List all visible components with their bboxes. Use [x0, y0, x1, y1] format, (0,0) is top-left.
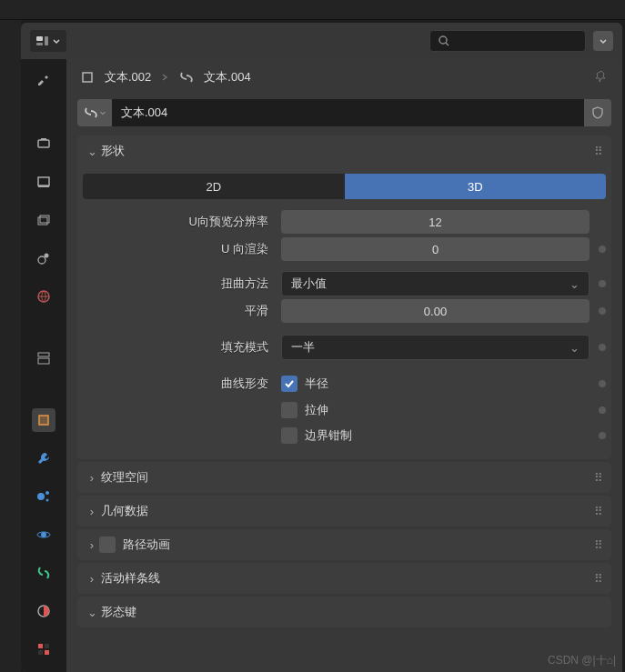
stretch-label: 拉伸 — [305, 402, 328, 418]
anim-dot[interactable] — [599, 406, 606, 414]
fake-user-button[interactable] — [584, 99, 611, 126]
search-icon — [438, 35, 450, 47]
curve-icon — [178, 69, 195, 85]
radius-label: 半径 — [305, 376, 328, 392]
radius-checkbox[interactable] — [281, 376, 297, 392]
mode-2d-button[interactable]: 2D — [83, 174, 345, 199]
twist-label: 扭曲方法 — [83, 276, 274, 292]
object-icon — [79, 69, 96, 85]
property-tabs — [21, 59, 66, 672]
svg-rect-0 — [36, 36, 43, 41]
tab-data[interactable] — [32, 599, 55, 623]
svg-point-17 — [37, 493, 45, 500]
datablock-icon[interactable] — [77, 99, 112, 126]
editor-type-selector[interactable] — [30, 30, 66, 52]
breadcrumb-item[interactable]: 文本.002 — [105, 69, 151, 85]
fill-label: 填充模式 — [83, 339, 274, 356]
svg-rect-16 — [39, 416, 48, 425]
section-texture-space[interactable]: ›纹理空间⠿ — [77, 462, 611, 493]
svg-rect-5 — [38, 140, 49, 147]
section-path-anim[interactable]: ›路径动画⠿ — [77, 529, 611, 560]
tab-output[interactable] — [32, 170, 55, 194]
tab-world[interactable] — [32, 285, 55, 308]
svg-point-12 — [45, 254, 49, 258]
anim-dot[interactable] — [599, 380, 606, 387]
anim-dot[interactable] — [599, 344, 606, 351]
drag-grip-icon[interactable]: ⠿ — [594, 145, 604, 158]
chevron-right-icon — [160, 73, 169, 82]
svg-rect-25 — [38, 650, 43, 655]
tab-scene[interactable] — [32, 246, 55, 270]
section-shape-keys[interactable]: ⌄形态键 — [77, 597, 611, 627]
svg-rect-2 — [45, 36, 48, 45]
chevron-down-icon: ⌄ — [570, 277, 580, 291]
fill-select[interactable]: 一半 ⌄ — [281, 335, 590, 360]
svg-point-19 — [46, 499, 49, 502]
svg-line-4 — [446, 43, 449, 45]
chevron-down-icon: ⌄ — [570, 341, 580, 355]
tab-material[interactable] — [32, 637, 55, 661]
svg-rect-1 — [36, 43, 43, 45]
tab-tool[interactable] — [32, 70, 55, 94]
tab-modifier[interactable] — [32, 446, 55, 470]
tab-constraint[interactable] — [32, 561, 55, 585]
svg-rect-27 — [83, 73, 92, 82]
watermark: CSDN @|十⌂| — [548, 653, 616, 668]
breadcrumb-item[interactable]: 文本.004 — [204, 69, 250, 85]
pin-icon[interactable] — [593, 69, 610, 85]
render-u-label: U 向渲染 — [83, 241, 274, 257]
tab-render[interactable] — [32, 132, 55, 155]
tab-object[interactable] — [32, 408, 55, 432]
section-shape-header[interactable]: ⌄ 形状 ⠿ — [77, 135, 611, 166]
shield-icon — [590, 105, 605, 120]
chevron-down-icon: ⌄ — [85, 145, 99, 158]
mode-3d-button[interactable]: 3D — [345, 174, 607, 199]
section-title: 形状 — [101, 143, 125, 159]
clamp-label: 边界钳制 — [305, 427, 352, 444]
options-button[interactable] — [593, 31, 613, 51]
tab-viewlayer[interactable] — [32, 208, 55, 232]
tab-physics[interactable] — [32, 523, 55, 547]
smooth-field[interactable]: 0.00 — [281, 299, 590, 323]
render-u-field[interactable]: 0 — [281, 237, 590, 261]
svg-rect-7 — [38, 177, 49, 186]
object-name-field[interactable] — [112, 99, 584, 126]
svg-rect-8 — [38, 186, 49, 187]
anim-dot[interactable] — [599, 280, 606, 287]
anim-dot[interactable] — [599, 307, 606, 315]
svg-rect-6 — [41, 138, 46, 140]
breadcrumb: 文本.002 文本.004 — [66, 59, 622, 95]
smooth-label: 平滑 — [83, 303, 274, 319]
anim-dot[interactable] — [599, 432, 606, 439]
search-input[interactable] — [429, 30, 586, 52]
deform-label: 曲线形变 — [83, 376, 274, 392]
section-active-spline[interactable]: ›活动样条线⠿ — [77, 563, 611, 594]
twist-select[interactable]: 最小值 ⌄ — [281, 271, 590, 296]
preview-u-field[interactable]: 12 — [281, 210, 590, 234]
svg-point-3 — [439, 36, 447, 44]
svg-rect-24 — [45, 644, 49, 648]
svg-point-20 — [41, 532, 46, 537]
tab-collection[interactable] — [32, 346, 55, 370]
svg-point-11 — [38, 256, 45, 264]
path-anim-checkbox[interactable] — [99, 537, 116, 553]
clamp-checkbox[interactable] — [281, 427, 297, 444]
preview-u-label: U向预览分辨率 — [83, 214, 274, 230]
section-geometry[interactable]: ›几何数据⠿ — [77, 496, 611, 527]
svg-rect-26 — [45, 650, 49, 655]
svg-point-18 — [45, 491, 49, 495]
anim-dot[interactable] — [599, 246, 606, 253]
svg-rect-14 — [38, 353, 49, 356]
stretch-checkbox[interactable] — [281, 402, 297, 418]
svg-rect-15 — [38, 358, 49, 364]
svg-rect-23 — [38, 644, 43, 648]
header-bar — [21, 23, 622, 59]
tab-particles[interactable] — [32, 485, 55, 508]
